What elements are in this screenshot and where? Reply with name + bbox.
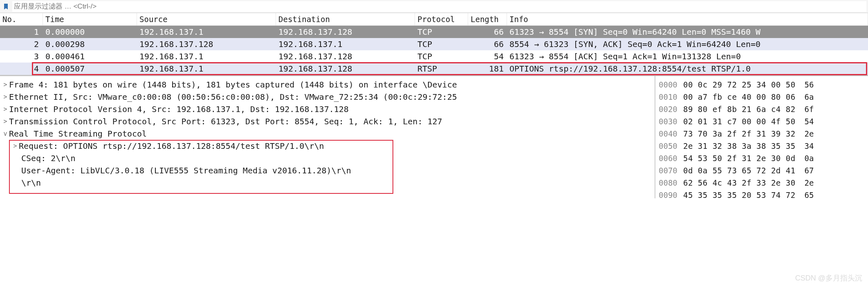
packet-row[interactable]: 30.000461192.168.137.1192.168.137.128TCP… xyxy=(0,50,868,63)
col-length[interactable]: Length xyxy=(468,13,507,25)
packet-list-body[interactable]: 10.000000192.168.137.1192.168.137.128TCP… xyxy=(0,26,868,75)
col-destination[interactable]: Destination xyxy=(276,13,415,25)
expand-icon[interactable]: > xyxy=(11,140,19,152)
display-filter-bar xyxy=(0,0,868,13)
col-source[interactable]: Source xyxy=(137,13,276,25)
byte-row[interactable]: 003002 01 31 c7 00 00 4f 5054 xyxy=(659,115,865,128)
tree-cseq-text: CSeq: 2\r\n xyxy=(21,152,75,164)
tree-ip[interactable]: > Internet Protocol Version 4, Src: 192.… xyxy=(0,103,655,115)
byte-row[interactable]: 009045 35 35 35 20 53 74 7265 xyxy=(659,189,865,198)
tree-user-agent[interactable]: User-Agent: LibVLC/3.0.18 (LIVE555 Strea… xyxy=(0,164,655,177)
tree-request[interactable]: > Request: OPTIONS rtsp://192.168.137.12… xyxy=(0,140,655,152)
tree-frame-text: Frame 4: 181 bytes on wire (1448 bits), … xyxy=(9,79,457,91)
tree-ethernet[interactable]: > Ethernet II, Src: VMware_c0:00:08 (00:… xyxy=(0,91,655,103)
tree-request-text: Request: OPTIONS rtsp://192.168.137.128:… xyxy=(19,140,324,152)
collapse-icon[interactable]: v xyxy=(2,128,9,140)
packet-bytes-pane[interactable]: 000000 0c 29 72 25 34 00 5056001000 a7 f… xyxy=(655,76,868,198)
display-filter-input[interactable] xyxy=(12,1,866,12)
byte-row[interactable]: 006054 53 50 2f 31 2e 30 0d0a xyxy=(659,152,865,164)
tree-eth-text: Ethernet II, Src: VMware_c0:00:08 (00:50… xyxy=(9,91,457,103)
col-no[interactable]: No. xyxy=(0,13,43,25)
byte-row[interactable]: 000000 0c 29 72 25 34 00 5056 xyxy=(659,79,865,91)
tree-rtsp-text: Real Time Streaming Protocol xyxy=(9,128,147,140)
tree-ip-text: Internet Protocol Version 4, Src: 192.16… xyxy=(9,103,349,115)
packet-list-header: No. Time Source Destination Protocol Len… xyxy=(0,13,868,26)
bookmark-icon[interactable] xyxy=(2,2,11,11)
byte-row[interactable]: 004073 70 3a 2f 2f 31 39 322e xyxy=(659,128,865,140)
byte-row[interactable]: 002089 80 ef 8b 21 6a c4 826f xyxy=(659,103,865,115)
col-protocol[interactable]: Protocol xyxy=(415,13,468,25)
tree-crlf[interactable]: \r\n xyxy=(0,177,655,189)
expand-icon[interactable]: > xyxy=(2,115,9,128)
byte-row[interactable]: 00700d 0a 55 73 65 72 2d 4167 xyxy=(659,164,865,177)
lower-panes: > Frame 4: 181 bytes on wire (1448 bits)… xyxy=(0,76,868,198)
expand-icon[interactable]: > xyxy=(2,91,9,103)
tree-tcp-text: Transmission Control Protocol, Src Port:… xyxy=(9,115,442,128)
packet-list: No. Time Source Destination Protocol Len… xyxy=(0,13,868,76)
packet-row[interactable]: 20.000298192.168.137.128192.168.137.1TCP… xyxy=(0,38,868,50)
tree-uagent-text: User-Agent: LibVLC/3.0.18 (LIVE555 Strea… xyxy=(21,164,351,177)
expand-icon[interactable]: > xyxy=(2,103,9,115)
col-info[interactable]: Info xyxy=(507,13,868,25)
tree-rtsp[interactable]: v Real Time Streaming Protocol xyxy=(0,128,655,140)
byte-row[interactable]: 00502e 31 32 38 3a 38 35 3534 xyxy=(659,140,865,152)
col-time[interactable]: Time xyxy=(43,13,137,25)
packet-details-pane[interactable]: > Frame 4: 181 bytes on wire (1448 bits)… xyxy=(0,76,655,198)
byte-row[interactable]: 001000 a7 fb ce 40 00 80 066a xyxy=(659,91,865,103)
expand-icon[interactable]: > xyxy=(2,79,9,91)
packet-row[interactable]: 40.000507192.168.137.1192.168.137.128RTS… xyxy=(0,63,868,75)
tree-cseq[interactable]: CSeq: 2\r\n xyxy=(0,152,655,164)
tree-frame[interactable]: > Frame 4: 181 bytes on wire (1448 bits)… xyxy=(0,79,655,91)
packet-row[interactable]: 10.000000192.168.137.1192.168.137.128TCP… xyxy=(0,26,868,38)
tree-crlf-text: \r\n xyxy=(21,177,41,189)
byte-row[interactable]: 008062 56 4c 43 2f 33 2e 302e xyxy=(659,177,865,189)
tree-tcp[interactable]: > Transmission Control Protocol, Src Por… xyxy=(0,115,655,128)
